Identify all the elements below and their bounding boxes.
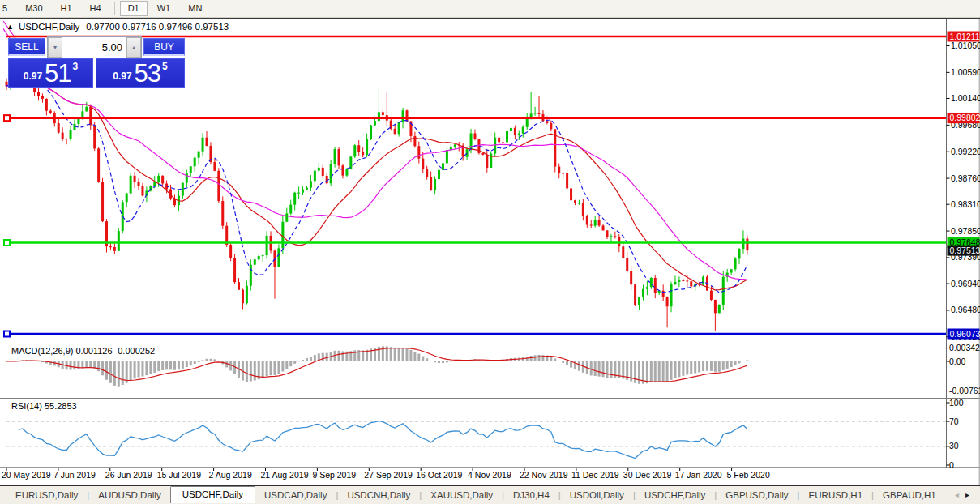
- date-axis-label: 4 Nov 2019: [468, 470, 511, 480]
- price-axis-label: 1.00140: [951, 93, 980, 103]
- candle-body: [558, 167, 560, 173]
- candle-body: [357, 145, 360, 152]
- candle-body: [353, 145, 356, 156]
- buy-price-box[interactable]: 0.97 53 5: [96, 58, 185, 88]
- date-axis-label: 20 May 2019: [2, 470, 51, 480]
- candle-body: [297, 193, 300, 194]
- candle-body: [398, 122, 400, 134]
- candle-body: [318, 168, 320, 171]
- timeframe-button-d1[interactable]: D1: [120, 1, 148, 16]
- candle-body: [141, 186, 143, 196]
- candle-body: [518, 134, 520, 135]
- candle-body: [534, 113, 537, 113]
- candle-body: [530, 113, 533, 117]
- candle-body: [322, 168, 324, 176]
- macd-axis-label: 0.00: [949, 357, 966, 366]
- rsi-axis-label: 100: [949, 398, 964, 408]
- chart-pointer-icon: ▲: [6, 23, 14, 31]
- candle-body: [182, 183, 184, 196]
- candle-body: [62, 133, 64, 139]
- sell-price-big: 51: [45, 62, 71, 85]
- sell-price-box[interactable]: 0.97 51 3: [8, 58, 93, 88]
- candle-body: [378, 112, 380, 121]
- rsi-line: [19, 421, 747, 458]
- volume-increase-button[interactable]: ▴: [126, 37, 141, 58]
- chart-tab-eurusd-daily[interactable]: EURUSD,Daily: [6, 488, 87, 502]
- chart-tab-xauusd-daily[interactable]: XAUUSD,Daily: [422, 488, 502, 502]
- candle-body: [674, 282, 676, 284]
- candle-body: [610, 236, 612, 237]
- candle-body: [338, 149, 340, 165]
- candle-body: [221, 201, 224, 226]
- timeframe-toolbar: 5M30H1H4D1W1MN: [0, 0, 980, 18]
- hline-anchor-marker[interactable]: [4, 240, 10, 246]
- timeframe-button-h1[interactable]: H1: [53, 1, 80, 16]
- buy-price-big: 53: [135, 62, 160, 85]
- chart-tab-usdoil-daily[interactable]: USDOil,Daily: [561, 488, 633, 502]
- chart-tab-audusd-daily[interactable]: AUDUSD,Daily: [89, 488, 169, 502]
- candle-body: [702, 277, 704, 285]
- ma-fast-line: [6, 79, 747, 293]
- chart-tab-usdchf-daily[interactable]: USDCHF,Daily: [636, 488, 714, 502]
- date-axis-label: 22 Nov 2019: [520, 470, 568, 480]
- rsi-axis-label: 0: [949, 460, 954, 470]
- candle-body: [281, 222, 284, 249]
- candle-body: [242, 290, 244, 304]
- candle-body: [566, 173, 568, 189]
- timeframe-button-5[interactable]: 5: [0, 1, 15, 16]
- candle-body: [514, 128, 516, 135]
- candle-body: [394, 129, 396, 134]
- chart-tab-dj30-h4[interactable]: DJ30,H4: [504, 488, 558, 502]
- candle-body: [422, 159, 424, 169]
- hline-anchor-marker[interactable]: [4, 115, 10, 121]
- price-axis-label: 1.00590: [951, 67, 980, 77]
- candle-body: [334, 149, 336, 164]
- candle-body: [413, 136, 416, 146]
- candle-body: [406, 110, 409, 121]
- candle-body: [45, 99, 48, 111]
- candle-body: [574, 200, 576, 203]
- candle-body: [285, 213, 288, 221]
- candle-body: [229, 245, 232, 258]
- candle-body: [718, 305, 721, 313]
- date-axis-label: 16 Oct 2019: [416, 470, 462, 480]
- candle-body: [293, 193, 296, 205]
- volume-decrease-button[interactable]: ▾: [48, 37, 62, 58]
- price-tag-label: 0.97513: [950, 246, 980, 255]
- candle-body: [510, 128, 512, 131]
- price-chart: 1.010501.005901.001400.996800.992200.987…: [0, 19, 980, 485]
- buy-button[interactable]: BUY: [143, 38, 185, 56]
- candle-body: [734, 258, 737, 269]
- chart-tab-usdchf-daily[interactable]: USDCHF,Daily: [170, 486, 255, 503]
- candle-body: [742, 239, 744, 250]
- candle-body: [570, 188, 572, 200]
- candle-body: [430, 177, 432, 190]
- chart-tab-usdcnh-daily[interactable]: USDCNH,Daily: [338, 488, 419, 502]
- timeframe-button-w1[interactable]: W1: [149, 1, 179, 16]
- candle-body: [101, 182, 104, 221]
- timeframe-button-h4[interactable]: H4: [82, 1, 109, 16]
- hline-anchor-marker[interactable]: [4, 331, 10, 337]
- sell-button[interactable]: SELL: [8, 38, 45, 56]
- timeframe-button-mn[interactable]: MN: [180, 1, 210, 16]
- candle-body: [118, 231, 120, 251]
- candle-body: [670, 284, 673, 306]
- chart-tab-usdcad-daily[interactable]: USDCAD,Daily: [255, 488, 336, 502]
- chart-tab-eurusd-h1[interactable]: EURUSD,H1: [800, 488, 871, 502]
- candle-body: [626, 258, 628, 271]
- candle-body: [438, 170, 440, 179]
- candle-body: [602, 225, 605, 230]
- timeframe-button-m30[interactable]: M30: [17, 1, 50, 16]
- chart-tab-gbpusd-daily[interactable]: GBPUSD,Daily: [717, 488, 797, 502]
- buy-price-pip: 5: [162, 61, 168, 72]
- volume-input[interactable]: [62, 37, 126, 58]
- tabs-scroll-left-icon[interactable]: ◂: [955, 490, 965, 499]
- candle-body: [213, 162, 216, 171]
- candle-body: [254, 259, 256, 264]
- candle-body: [330, 164, 332, 183]
- chart-tab-gbpaud-h1[interactable]: GBPAUD,H1: [874, 488, 945, 502]
- candle-body: [277, 248, 280, 267]
- date-axis-label: 21 Aug 2019: [261, 470, 309, 480]
- tabs-scroll-right-icon[interactable]: ▸: [965, 490, 976, 499]
- date-axis-label: 7 Jun 2019: [53, 470, 96, 480]
